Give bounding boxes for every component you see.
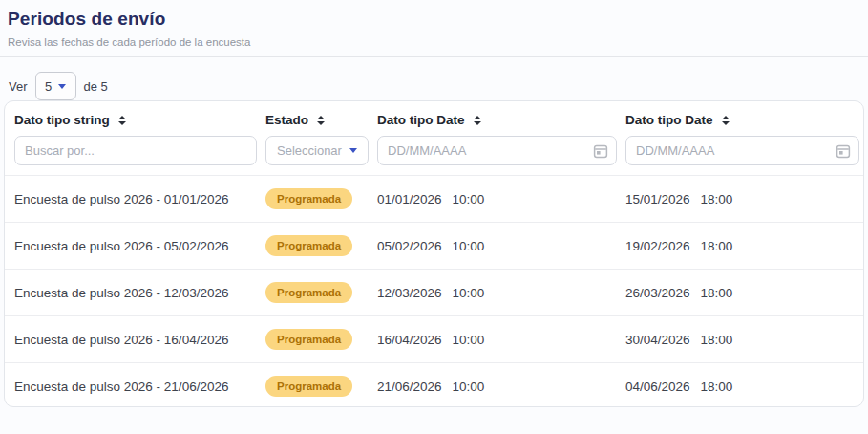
period-name: Encuesta de pulso 2026 - 16/04/2026 [14, 333, 265, 347]
page-title: Periodos de envío [8, 9, 860, 30]
end-datetime: 04/06/2026 18:00 [625, 380, 859, 394]
end-datetime: 30/04/2026 18:00 [625, 333, 859, 347]
status-badge: Programada [265, 188, 352, 209]
table-row: Encuesta de pulso 2026 - 16/04/2026 Prog… [5, 315, 863, 362]
ver-label: Ver [9, 79, 28, 94]
table-header-row: Dato tipo string Estado Dato tipo Date D… [5, 101, 863, 127]
page-subtitle: Revisa las fechas de cada período de la … [8, 36, 860, 48]
periods-page: Periodos de envío Revisa las fechas de c… [0, 0, 868, 434]
period-name: Encuesta de pulso 2026 - 05/02/2026 [14, 239, 265, 253]
start-datetime: 16/04/2026 10:00 [377, 333, 625, 347]
table-row: Encuesta de pulso 2026 - 21/06/2026 Prog… [5, 362, 863, 407]
table-row: Encuesta de pulso 2026 - 12/03/2026 Prog… [5, 269, 863, 315]
period-name: Encuesta de pulso 2026 - 12/03/2026 [14, 286, 265, 300]
sort-up-down-icon[interactable] [474, 116, 481, 125]
table-row: Encuesta de pulso 2026 - 01/01/2026 Prog… [5, 175, 863, 222]
end-datetime: 19/02/2026 18:00 [625, 239, 859, 253]
table-row: Encuesta de pulso 2026 - 05/02/2026 Prog… [5, 222, 863, 269]
calendar-icon[interactable] [836, 143, 851, 159]
search-input[interactable] [14, 136, 257, 165]
periods-table: Dato tipo string Estado Dato tipo Date D… [4, 100, 864, 407]
column-label: Estado [265, 113, 308, 127]
status-badge: Programada [265, 329, 352, 350]
calendar-icon[interactable] [593, 143, 608, 159]
sort-up-down-icon[interactable] [118, 116, 126, 125]
chevron-down-icon [58, 84, 66, 89]
column-label: Dato tipo string [14, 113, 110, 127]
page-size-value: 5 [45, 79, 52, 94]
start-date-input[interactable] [378, 137, 593, 164]
pagination-toolbar: Ver 5 de 5 [9, 72, 868, 100]
column-label: Dato tipo Date [625, 113, 713, 127]
status-badge: Programada [265, 235, 352, 256]
select-placeholder: Seleccionar [277, 143, 342, 158]
sort-up-down-icon[interactable] [722, 116, 730, 125]
column-header-string: Dato tipo string [14, 113, 265, 127]
start-datetime: 21/06/2026 10:00 [377, 380, 625, 394]
start-datetime: 12/03/2026 10:00 [377, 286, 625, 300]
start-datetime: 05/02/2026 10:00 [377, 239, 625, 253]
status-badge: Programada [265, 376, 352, 397]
period-name: Encuesta de pulso 2026 - 21/06/2026 [14, 380, 265, 394]
header-divider [0, 56, 868, 57]
column-header-date-end: Dato tipo Date [625, 113, 859, 127]
total-count-label: de 5 [84, 79, 108, 94]
end-date-input[interactable] [626, 137, 836, 164]
table-body: Encuesta de pulso 2026 - 01/01/2026 Prog… [5, 175, 863, 407]
start-date-filter [377, 136, 617, 165]
column-header-estado: Estado [265, 113, 377, 127]
column-label: Dato tipo Date [377, 113, 465, 127]
end-datetime: 26/03/2026 18:00 [625, 286, 859, 300]
page-size-select[interactable]: 5 [35, 72, 76, 100]
end-datetime: 15/01/2026 18:00 [625, 192, 859, 206]
estado-filter-select[interactable]: Seleccionar [265, 136, 369, 165]
status-badge: Programada [265, 282, 352, 303]
column-header-date-start: Dato tipo Date [377, 113, 625, 127]
sort-up-down-icon[interactable] [317, 116, 325, 125]
chevron-down-icon [349, 148, 357, 153]
start-datetime: 01/01/2026 10:00 [377, 192, 625, 206]
end-date-filter [625, 136, 859, 165]
period-name: Encuesta de pulso 2026 - 01/01/2026 [14, 192, 265, 206]
page-header: Periodos de envío Revisa las fechas de c… [0, 0, 868, 48]
table-filter-row: Seleccionar [5, 136, 863, 175]
